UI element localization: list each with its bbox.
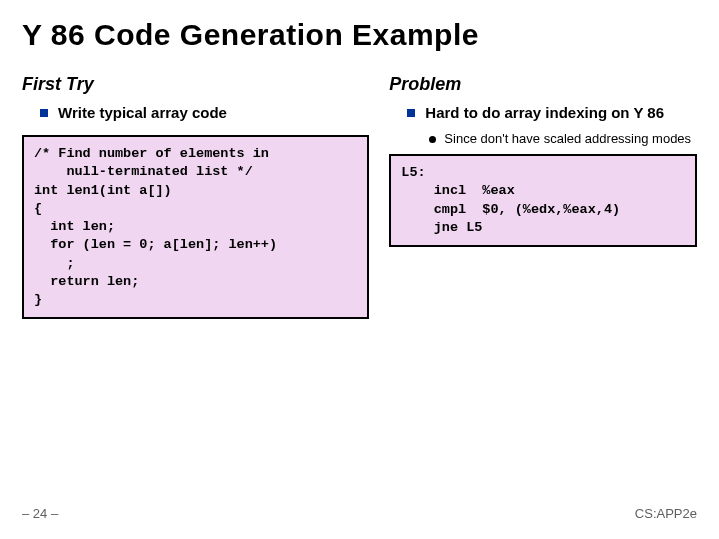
course-label: CS:APP2e	[635, 506, 697, 521]
square-bullet-icon	[407, 109, 415, 117]
right-bullet-text: Hard to do array indexing on Y 86	[425, 103, 664, 123]
slide-title: Y 86 Code Generation Example	[22, 18, 697, 52]
right-heading: Problem	[389, 74, 697, 95]
square-bullet-icon	[40, 109, 48, 117]
left-column: First Try Write typical array code /* Fi…	[22, 74, 369, 319]
right-code-box: L5: incl %eax cmpl $0, (%edx,%eax,4) jne…	[389, 154, 697, 247]
left-bullet-text: Write typical array code	[58, 103, 227, 123]
right-sub-bullet-text: Since don't have scaled addressing modes	[444, 131, 691, 148]
page-number: – 24 –	[22, 506, 58, 521]
round-bullet-icon	[429, 136, 436, 143]
right-column: Problem Hard to do array indexing on Y 8…	[389, 74, 697, 319]
content-columns: First Try Write typical array code /* Fi…	[22, 74, 697, 319]
right-bullet-row: Hard to do array indexing on Y 86	[407, 103, 697, 123]
right-sub-bullet-row: Since don't have scaled addressing modes	[429, 131, 697, 148]
left-heading: First Try	[22, 74, 369, 95]
left-code-box: /* Find number of elements in null-termi…	[22, 135, 369, 319]
left-bullet-row: Write typical array code	[40, 103, 369, 123]
